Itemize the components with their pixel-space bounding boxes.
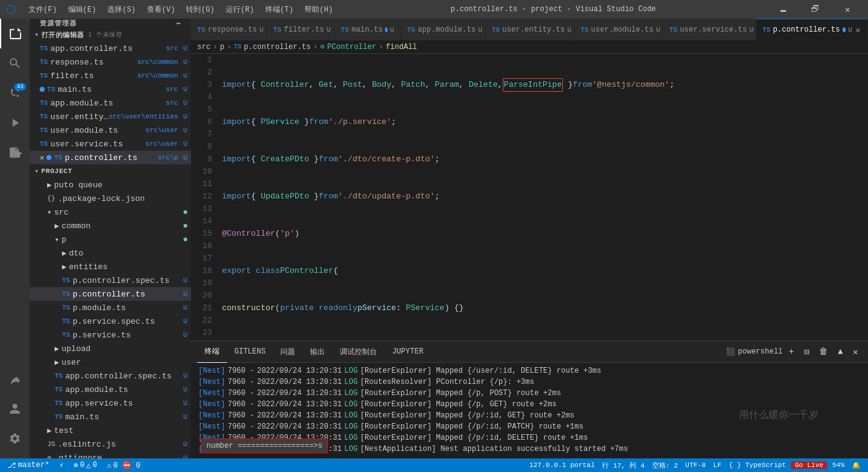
maximize-terminal-button[interactable]: ▲ — [834, 345, 846, 358]
tree-entities[interactable]: ▶ entities — [30, 260, 191, 274]
sidebar-open-file-response[interactable]: TS response.ts src\common U — [30, 55, 191, 69]
run-debug-activity-icon[interactable] — [0, 108, 30, 138]
new-file-icon[interactable]: ⋯ — [176, 19, 181, 27]
sidebar-open-file-p-controller[interactable]: ✕ TS p.controller.ts src\p U — [30, 151, 191, 164]
git-icon: ⚙ — [47, 454, 51, 459]
golive-status[interactable]: Go Live — [791, 461, 827, 469]
tab-terminal[interactable]: 终端 — [197, 341, 227, 363]
maximize-button[interactable]: 🗗 — [801, 0, 830, 19]
tab-user-service[interactable]: TS user.service.ts U — [663, 19, 756, 40]
tab-modified-user-module: U — [656, 26, 660, 33]
extensions-activity-icon[interactable] — [0, 138, 30, 167]
tree-eslintrc[interactable]: JS .eslintrc.js U — [30, 437, 191, 451]
close-button[interactable]: ✕ — [833, 0, 862, 19]
sync-status[interactable]: ⚡ — [56, 461, 66, 470]
tree-app-service[interactable]: TS app.service.ts U — [30, 396, 191, 410]
tree-main[interactable]: TS main.ts U — [30, 410, 191, 424]
breadcrumb-class[interactable]: PController — [327, 43, 376, 51]
menu-select[interactable]: 选择(S) — [102, 3, 141, 16]
menu-run[interactable]: 运行(R) — [221, 3, 259, 16]
tab-output[interactable]: 输出 — [303, 341, 332, 363]
tab-filter[interactable]: TS filter.ts U — [267, 19, 335, 40]
menu-view[interactable]: 查看(V) — [142, 3, 180, 16]
settings-activity-icon[interactable] — [0, 424, 30, 453]
code-editor[interactable]: 12345 678910 1112131415 1617181920 21222… — [191, 54, 868, 341]
eol-status[interactable]: LF — [711, 461, 724, 469]
account-activity-icon[interactable] — [0, 394, 30, 424]
tab-close-button[interactable]: ✕ — [855, 25, 861, 35]
encoding-status[interactable]: UTF-8 — [683, 461, 708, 469]
tab-user-module[interactable]: TS user.module.ts U — [574, 19, 663, 40]
ts-file-icon: TS — [40, 140, 48, 148]
tree-common[interactable]: ▶ common — [30, 219, 191, 233]
close-tab-icon[interactable]: ✕ — [40, 153, 44, 163]
tree-dto[interactable]: ▶ dto — [30, 246, 191, 260]
breadcrumb-p[interactable]: p — [220, 43, 224, 51]
menu-terminal[interactable]: 终端(T) — [260, 3, 299, 16]
tree-p-service[interactable]: TS p.service.ts U — [30, 328, 191, 342]
log-line-3: [Nest] 7960 - 2022/09/24 13:20:31 LOG [R… — [198, 388, 861, 399]
code-line-6: export class PController { — [222, 265, 863, 277]
tree-puto-queue[interactable]: ▶ puto queue — [30, 178, 191, 192]
sidebar-open-file-app-module[interactable]: TS app.module.ts src U — [30, 96, 191, 110]
tab-jupyter[interactable]: JUPYTER — [384, 341, 430, 363]
tree-app-module[interactable]: TS app.module.ts U — [30, 383, 191, 396]
tree-p[interactable]: ▾ p — [30, 233, 191, 246]
breadcrumb-file[interactable]: p.controller.ts — [244, 43, 311, 51]
language-status[interactable]: { } TypeScript — [727, 461, 789, 469]
tab-debug-console[interactable]: 调试控制台 — [332, 341, 384, 363]
tree-gitignore[interactable]: ⚙ .gitignore U — [30, 451, 191, 458]
project-tree-header[interactable]: ▾ PROJECT — [30, 164, 191, 178]
split-terminal-button[interactable]: ⊟ — [800, 345, 813, 358]
tree-package-lock[interactable]: {} .package-lock.json — [30, 192, 191, 205]
tab-user-entity[interactable]: TS user.entity.ts U — [485, 19, 574, 40]
tree-app-controller-spec[interactable]: TS app.controller.spec.ts U — [30, 369, 191, 383]
search-activity-icon[interactable] — [0, 48, 30, 78]
sidebar-open-file-user-entity[interactable]: TS user.entity.ts src\user\entities U — [30, 110, 191, 123]
notification-bell[interactable]: 🔔 — [849, 461, 863, 470]
sidebar-open-file-user-module[interactable]: TS user.module.ts src\user U — [30, 123, 191, 137]
breadcrumb-src[interactable]: src — [197, 43, 211, 51]
tab-main[interactable]: TS main.ts U — [335, 19, 401, 40]
breadcrumb-method[interactable]: findAll — [386, 43, 417, 51]
indent-status[interactable]: 空格: 2 — [650, 461, 681, 470]
remote-status[interactable]: 127.0.0.1 portal — [527, 461, 598, 469]
close-terminal-button[interactable]: ✕ — [849, 345, 862, 358]
tab-p-controller[interactable]: TS p.controller.ts U ✕ — [756, 19, 869, 40]
menu-goto[interactable]: 转到(G) — [181, 3, 219, 16]
zoom-status[interactable]: 54% — [830, 461, 847, 469]
tab-gitlens[interactable]: GITLENS — [227, 341, 273, 363]
tab-response[interactable]: TS response.ts U — [191, 19, 267, 40]
tree-upload[interactable]: ▶ upload — [30, 342, 191, 355]
tab-app-module[interactable]: TS app.module.ts U — [401, 19, 485, 40]
ts-file-icon: TS — [62, 331, 70, 339]
kill-terminal-button[interactable]: 🗑 — [815, 345, 831, 358]
menu-help[interactable]: 帮助(H) — [299, 3, 338, 16]
tree-p-service-spec[interactable]: TS p.service.spec.ts U — [30, 314, 191, 328]
tree-p-module[interactable]: TS p.module.ts U — [30, 301, 191, 314]
git-branch-status[interactable]: ⎇ master* — [5, 461, 51, 470]
tree-user[interactable]: ▶ user — [30, 355, 191, 369]
tab-problems[interactable]: 问题 — [273, 341, 303, 363]
info-status[interactable]: ⚠ 0 ⛔ 0 — [105, 461, 143, 470]
minimize-button[interactable]: 🗕 — [769, 0, 797, 19]
sidebar-open-file-app-controller[interactable]: TS app.controller.ts src U — [30, 42, 191, 55]
menu-file[interactable]: 文件(F) — [24, 3, 62, 16]
menu-edit[interactable]: 编辑(E) — [63, 3, 102, 16]
ts-file-icon: TS — [40, 58, 48, 66]
explorer-activity-icon[interactable] — [0, 19, 30, 48]
tree-test[interactable]: ▶ test — [30, 424, 191, 437]
sidebar-open-file-filter[interactable]: TS filter.ts src\common U — [30, 69, 191, 82]
tab-modified-user-service: U — [750, 26, 754, 33]
source-control-activity-icon[interactable]: 43 — [0, 78, 30, 108]
tree-p-controller[interactable]: TS p.controller.ts U — [30, 287, 191, 301]
tree-p-controller-spec[interactable]: TS p.controller.spec.ts U — [30, 274, 191, 287]
error-warning-status[interactable]: ⊗ 0 △ 0 — [71, 461, 100, 470]
sidebar-open-file-user-service[interactable]: TS user.service.ts src\user U — [30, 137, 191, 151]
add-terminal-button[interactable]: + — [785, 345, 797, 358]
sidebar-open-file-main[interactable]: TS main.ts src U — [30, 82, 191, 96]
open-editors-header[interactable]: ▾ 打开的编辑器 1 个未保存 — [30, 28, 191, 42]
tree-src[interactable]: ▾ src — [30, 205, 191, 219]
cursor-position[interactable]: 行 17, 列 4 — [600, 461, 647, 470]
remote-activity-icon[interactable] — [0, 364, 30, 394]
